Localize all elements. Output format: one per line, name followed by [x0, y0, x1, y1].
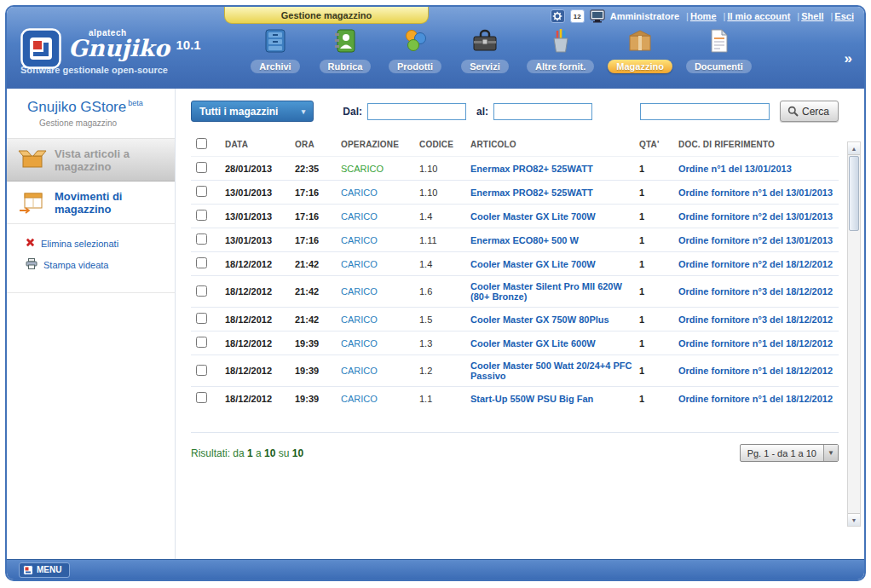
doc-link[interactable]: Ordine n°1 del 13/01/2013: [678, 164, 792, 174]
vertical-scrollbar[interactable]: ▲ ▼: [847, 141, 861, 527]
link-esci[interactable]: Esci: [829, 11, 855, 21]
article-link[interactable]: Cooler Master GX Lite 700W: [470, 211, 596, 222]
cell-data: 28/01/2013: [222, 157, 291, 181]
article-link[interactable]: Enermax PRO82+ 525WATT: [470, 164, 593, 174]
warehouse-select[interactable]: Tutti i magazzini ▾: [191, 101, 314, 122]
sidebar-item-vista-articoli[interactable]: Vista articoli a magazzino: [7, 138, 175, 182]
cell-operazione: CARICO: [337, 228, 416, 252]
header: Gestione magazzino 12 Amministratore Hom…: [7, 7, 864, 89]
action-elimina-selezionati[interactable]: Elimina selezionati: [26, 238, 175, 249]
nav-item-magazzino[interactable]: Magazzino: [608, 28, 672, 73]
bottom-bar: MENU: [7, 559, 864, 579]
link-shell[interactable]: Shell: [795, 11, 823, 21]
doc-link[interactable]: Ordine fornitore n°3 del 18/12/2012: [678, 286, 833, 297]
row-checkbox[interactable]: [196, 233, 207, 245]
nav-label: Prodotti: [389, 60, 441, 73]
row-checkbox[interactable]: [196, 337, 207, 348]
nav-item-rubrica[interactable]: Rubrica: [317, 28, 373, 73]
cell-codice: 1.4: [416, 252, 467, 276]
cell-codice: 1.10: [416, 157, 467, 181]
nav-item-servizi[interactable]: Servizi: [457, 28, 513, 73]
date-to-input[interactable]: [493, 103, 592, 120]
scroll-up-button[interactable]: ▲: [848, 142, 860, 155]
cell-data: 18/12/2012: [222, 252, 291, 276]
link-home[interactable]: Home: [684, 11, 716, 21]
document-page-icon: [704, 28, 733, 60]
row-checkbox[interactable]: [196, 285, 207, 297]
magnifier-icon: [787, 106, 799, 117]
table-header-row: DATA ORA OPERAZIONE CODICE ARTICOLO QTA'…: [191, 132, 839, 157]
cell-data: 18/12/2012: [222, 387, 291, 411]
toolbox-icon: [470, 28, 499, 60]
article-link[interactable]: Cooler Master 500 Watt 20/24+4 PFC Passi…: [470, 360, 632, 381]
doc-link[interactable]: Ordine fornitore n°1 del 18/12/2012: [678, 338, 833, 349]
doc-link[interactable]: Ordine fornitore n°2 del 18/12/2012: [678, 259, 833, 269]
cell-data: 18/12/2012: [222, 276, 291, 308]
nav-label: Magazzino: [608, 60, 672, 73]
nav-item-documenti[interactable]: Documenti: [686, 28, 752, 73]
row-checkbox[interactable]: [196, 257, 207, 268]
article-link[interactable]: Enermax PRO82+ 525WATT: [470, 187, 593, 198]
cell-ora: 17:16: [291, 181, 337, 205]
article-link[interactable]: Enermax ECO80+ 500 W: [470, 235, 579, 245]
article-link[interactable]: Cooler Master GX Lite 700W: [470, 259, 596, 269]
cell-codice: 1.6: [416, 276, 467, 308]
cell-qta: 1: [636, 308, 675, 331]
scroll-down-button[interactable]: ▼: [848, 513, 860, 526]
row-checkbox[interactable]: [196, 365, 207, 376]
menu-button[interactable]: MENU: [19, 562, 70, 578]
doc-link[interactable]: Ordine fornitore n°1 del 18/12/2012: [678, 394, 833, 404]
cell-data: 13/01/2013: [222, 181, 291, 205]
cell-ora: 21:42: [291, 276, 337, 308]
link-account[interactable]: Il mio account: [722, 11, 791, 21]
nav-more-arrow-icon[interactable]: »: [845, 50, 852, 67]
cell-qta: 1: [636, 387, 675, 411]
module-subtitle: Gestione magazzino: [39, 118, 170, 128]
cell-operazione: CARICO: [337, 355, 416, 387]
row-checkbox[interactable]: [196, 162, 207, 173]
calendar-icon[interactable]: 12: [570, 9, 585, 23]
article-link[interactable]: Cooler Master GX 750W 80Plus: [470, 314, 609, 325]
cell-data: 13/01/2013: [222, 205, 291, 228]
table-row: 18/12/2012 19:39 CARICO 1.2 Cooler Maste…: [191, 355, 839, 387]
search-button[interactable]: Cerca: [780, 101, 839, 122]
doc-link[interactable]: Ordine fornitore n°1 del 13/01/2013: [678, 187, 833, 198]
nav-item-altre-fornit[interactable]: Altre fornit.: [527, 28, 594, 73]
article-link[interactable]: Start-Up 550W PSU Big Fan: [470, 394, 593, 404]
article-link[interactable]: Cooler Master Silent Pro MII 620W (80+ B…: [470, 281, 622, 302]
search-input[interactable]: [640, 103, 770, 120]
nav-item-prodotti[interactable]: Prodotti: [387, 28, 443, 73]
select-all-checkbox[interactable]: [196, 138, 207, 149]
table-row: 18/12/2012 19:39 CARICO 1.3 Cooler Maste…: [191, 331, 839, 355]
action-label: Elimina selezionati: [41, 239, 118, 249]
printer-icon: [26, 258, 37, 271]
settings-gear-icon[interactable]: [551, 9, 565, 23]
doc-link[interactable]: Ordine fornitore n°2 del 13/01/2013: [678, 235, 833, 245]
filter-bar: Tutti i magazzini ▾ Dal: al: Cerca: [191, 101, 839, 122]
main-nav: Archivi Rubrica Prodotti Servizi Altre f…: [223, 28, 852, 81]
date-from-input[interactable]: [367, 103, 466, 120]
action-label: Stampa videata: [43, 260, 108, 270]
row-checkbox[interactable]: [196, 392, 207, 403]
sidebar-item-label: Vista articoli a magazzino: [55, 147, 168, 173]
cell-codice: 1.5: [416, 308, 467, 331]
article-link[interactable]: Cooler Master GX Lite 600W: [470, 338, 596, 349]
doc-link[interactable]: Ordine fornitore n°3 del 18/12/2012: [678, 314, 833, 325]
row-checkbox[interactable]: [196, 210, 207, 221]
tab-gestione-magazzino[interactable]: Gestione magazzino: [224, 7, 429, 24]
pagination-select[interactable]: Pg. 1 - da 1 a 10 ▼: [740, 444, 839, 462]
scrollbar-thumb[interactable]: [849, 156, 859, 231]
sidebar-item-movimenti[interactable]: Movimenti di magazzino: [7, 182, 175, 224]
monitor-icon[interactable]: [590, 9, 605, 23]
doc-link[interactable]: Ordine fornitore n°2 del 13/01/2013: [678, 211, 833, 222]
row-checkbox[interactable]: [196, 186, 207, 197]
doc-link[interactable]: Ordine fornitore n°1 del 18/12/2012: [678, 366, 833, 376]
results-bar: Risultati: da 1 a 10 su 10 Pg. 1 - da 1 …: [191, 432, 839, 462]
body: Gnujiko GStorebeta Gestione magazzino Vi…: [7, 89, 864, 559]
cell-qta: 1: [636, 276, 675, 308]
app-window: Gestione magazzino 12 Amministratore Hom…: [5, 5, 866, 581]
nav-item-archivi[interactable]: Archivi: [247, 28, 303, 73]
table-row: 18/12/2012 21:42 CARICO 1.6 Cooler Maste…: [191, 276, 839, 308]
row-checkbox[interactable]: [196, 313, 207, 324]
action-stampa-videata[interactable]: Stampa videata: [26, 258, 175, 271]
